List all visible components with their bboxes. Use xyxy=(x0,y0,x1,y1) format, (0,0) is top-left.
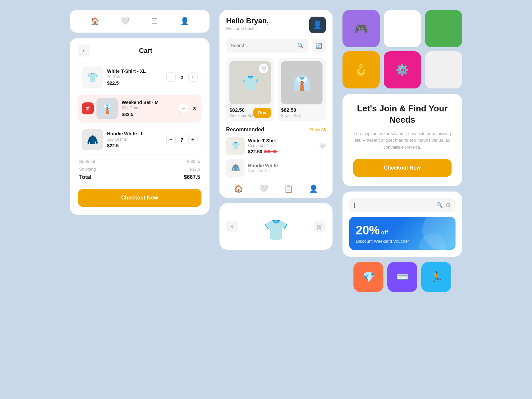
total-row: Total $667.5 xyxy=(79,174,200,180)
join-checkout-button[interactable]: Checkout Now xyxy=(353,159,452,177)
search-input-wrap[interactable]: 🔍 xyxy=(226,39,309,53)
product-name-2: Straus Style xyxy=(281,113,323,118)
item-name-3: Hoodie White - L xyxy=(107,131,162,136)
rec-heart-1[interactable]: 🤍 xyxy=(319,143,326,149)
partial-back-button[interactable]: ‹ xyxy=(226,220,238,232)
home-tab-wishlist[interactable]: 🤍 xyxy=(259,185,268,193)
shipping-value: $32.0 xyxy=(189,167,200,172)
partial-cart-icon[interactable]: 🛒 xyxy=(314,220,326,232)
voucher-search-input[interactable] xyxy=(354,202,434,208)
nav-snippet: 🏠 🤍 ☰ 👤 xyxy=(70,10,209,33)
greeting-block: Hello Bryan, Welcome back!! xyxy=(226,17,269,31)
voucher-card: 🔍 ⚙ 20% off Discount Weekend Voucher xyxy=(342,192,462,257)
product-heart-1[interactable]: 🤍 xyxy=(259,64,268,73)
app-icons-top: 🎮 🪝 ⚙️ xyxy=(342,10,462,88)
cart-title: Cart xyxy=(90,47,201,55)
qty-value-1: 2 xyxy=(179,74,185,80)
item-name-1: White T-Shirt - XL xyxy=(107,68,162,74)
qty-increase-1[interactable]: + xyxy=(188,72,198,82)
greeting-name: Hello Bryan, xyxy=(226,17,269,25)
column-1: 🏠 🤍 ☰ 👤 ‹ Cart 👕 White T-Shirt - XL 70 G… xyxy=(70,10,209,215)
subtotal-row: Subtotal $635.5 xyxy=(79,159,200,164)
qty-decrease-2[interactable]: − xyxy=(179,104,188,113)
rec-item-2: 🧥 Hoodie White Combad 12s xyxy=(226,159,326,177)
cart-back-button[interactable]: ‹ xyxy=(78,45,90,57)
app-icon-hanger[interactable]: 🪝 xyxy=(342,51,380,88)
column-3: 🎮 🪝 ⚙️ Let's Join & Find Your Needs Lore… xyxy=(342,10,462,292)
show-all-button[interactable]: Show All xyxy=(309,127,326,132)
join-title: Let's Join & Find Your Needs xyxy=(353,103,452,126)
home-nav: 🏠 🤍 📋 👤 xyxy=(226,181,326,195)
item-price-3: $22.5 xyxy=(107,143,162,148)
products-grid: 👕 🤍 $82.50 Weekend Set Buy 👔 $82.50 Stra… xyxy=(226,58,326,121)
voucher-banner: 20% off Discount Weekend Voucher xyxy=(349,217,456,250)
bottom-icon-keyboard[interactable]: ⌨️ xyxy=(387,262,417,292)
partial-bottom-card: ‹ 👕 🛒 xyxy=(219,203,332,250)
cart-checkout-button[interactable]: Checkout Now xyxy=(78,189,201,207)
subtotal-value: $635.5 xyxy=(187,159,200,164)
profile-nav-icon[interactable]: 👤 xyxy=(179,16,190,27)
wishlist-nav-icon[interactable]: 🤍 xyxy=(119,16,130,27)
home-tab-profile[interactable]: 👤 xyxy=(309,185,318,193)
item-image-1: 👕 xyxy=(82,66,103,88)
qty-value-2: 3 xyxy=(192,106,198,111)
buy-button-1[interactable]: Buy xyxy=(253,108,271,118)
rec-sub-2: Combad 12s xyxy=(248,168,326,173)
product-img-2: 👔 xyxy=(281,61,323,104)
voucher-percentage: 20% off xyxy=(356,223,449,237)
rec-prices-1: $22.50 $30.00 xyxy=(248,149,316,154)
join-desc: Lorem ipsum dolor sit amet, consectetur … xyxy=(353,130,452,151)
voucher-search-bar[interactable]: 🔍 ⚙ xyxy=(349,198,456,212)
shipping-label: Shipping xyxy=(79,167,96,172)
total-label: Total xyxy=(79,174,91,180)
total-value: $667.5 xyxy=(184,174,200,180)
rec-sub-1: Combad 24s xyxy=(248,143,316,148)
home-nav-icon[interactable]: 🏠 xyxy=(89,16,100,27)
greeting-sub: Welcome back!! xyxy=(226,26,269,31)
home-tab-home[interactable]: 🏠 xyxy=(234,185,243,193)
shipping-row: Shipping $32.0 xyxy=(79,167,200,172)
bottom-icon-runner[interactable]: 🏃 xyxy=(421,262,451,292)
cart-summary: Subtotal $635.5 Shipping $32.0 Total $66… xyxy=(78,159,201,180)
qty-control-3: − 7 + xyxy=(166,135,198,144)
app-icon-settings[interactable]: ⚙️ xyxy=(384,51,421,88)
item-details-2: Weekend Set - M 521 Grams $82.5 xyxy=(118,100,179,117)
voucher-label: Discount Weekend Voucher xyxy=(356,239,449,244)
product-card-2: 👔 $82.50 Straus Style xyxy=(278,58,326,121)
item-details-1: White T-Shirt - XL 70 Gram $22.5 xyxy=(103,68,166,86)
bottom-icon-diamond[interactable]: 💎 xyxy=(353,262,383,292)
rec-name-2: Hoodie White xyxy=(248,163,326,168)
menu-nav-icon[interactable]: ☰ xyxy=(149,16,160,27)
qty-control-2: − 3 xyxy=(179,104,198,113)
item-price-1: $22.5 xyxy=(107,80,162,86)
column-2: Hello Bryan, Welcome back!! 👤 🔍 🔄 👕 🤍 $8… xyxy=(219,10,332,250)
item-weight-3: 320 Grams xyxy=(107,137,162,142)
rec-details-1: White T-Shirt Combad 24s $22.50 $30.00 xyxy=(248,138,316,154)
qty-increase-3[interactable]: + xyxy=(188,135,198,144)
product-card-1: 👕 🤍 $82.50 Weekend Set Buy xyxy=(226,58,274,121)
item-weight-2: 521 Grams xyxy=(122,106,175,110)
voucher-search-icon: 🔍 xyxy=(436,202,443,208)
item-image-3: 🧥 xyxy=(82,129,103,150)
recommended-header: Recommended Show All xyxy=(226,127,326,133)
home-card-header: Hello Bryan, Welcome back!! 👤 xyxy=(226,17,326,33)
home-search-input[interactable] xyxy=(231,43,295,48)
cart-card: ‹ Cart 👕 White T-Shirt - XL 70 Gram $22.… xyxy=(70,38,209,215)
app-icon-empty-2 xyxy=(425,10,462,47)
qty-decrease-1[interactable]: − xyxy=(166,72,176,82)
recommended-section: Recommended Show All 👕 White T-Shirt Com… xyxy=(226,127,326,177)
cart-item-2: 🗑 👔 Weekend Set - M 521 Grams $82.5 − 3 xyxy=(78,94,201,122)
search-icon: 🔍 xyxy=(297,43,304,49)
product-price-2: $82.50 xyxy=(281,107,323,113)
rec-item-1: 👕 White T-Shirt Combad 24s $22.50 $30.00… xyxy=(226,137,326,155)
voucher-filter-icon[interactable]: ⚙ xyxy=(446,201,451,209)
subtotal-label: Subtotal xyxy=(79,159,95,164)
qty-decrease-3[interactable]: − xyxy=(166,135,176,144)
app-icon-empty-3 xyxy=(425,51,462,88)
qty-control-1: − 2 + xyxy=(166,72,198,82)
refresh-button[interactable]: 🔄 xyxy=(312,39,326,53)
item-weight-1: 70 Gram xyxy=(107,74,162,79)
home-tab-orders[interactable]: 📋 xyxy=(284,185,293,193)
delete-icon-2[interactable]: 🗑 xyxy=(82,102,94,114)
app-icon-game[interactable]: 🎮 xyxy=(342,10,380,47)
